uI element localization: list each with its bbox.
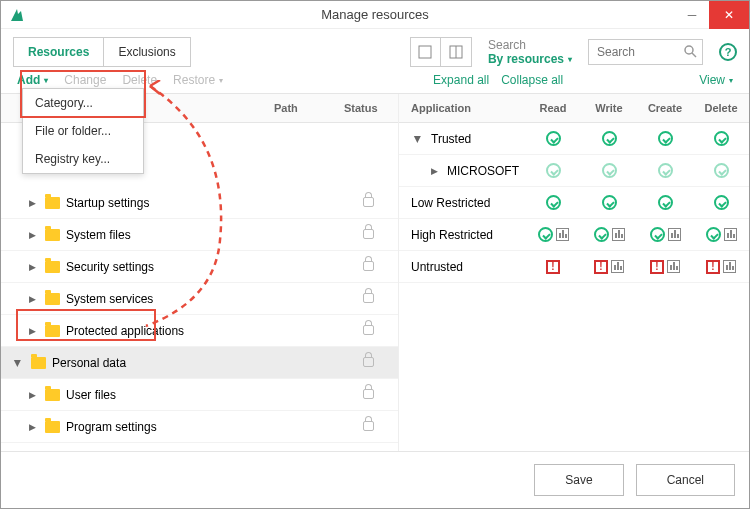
allow-inherited-icon (658, 163, 673, 178)
perm-cell[interactable] (693, 131, 749, 146)
footer: Save Cancel (1, 451, 749, 508)
allow-icon (706, 227, 721, 242)
add-file-folder-item[interactable]: File or folder... (23, 117, 143, 145)
tree-row[interactable]: ▶User files (1, 379, 398, 411)
col-create[interactable]: Create (637, 94, 693, 122)
expand-icon[interactable]: ▶ (25, 198, 39, 208)
perm-cell[interactable] (637, 195, 693, 210)
app-logo (9, 7, 25, 23)
col-read[interactable]: Read (525, 94, 581, 122)
tree-row-personal-data[interactable]: ▶Personal data (1, 347, 398, 379)
add-category-item[interactable]: Category... (23, 89, 143, 117)
app-row-trusted[interactable]: ▶Trusted (399, 123, 749, 155)
expand-icon[interactable]: ▶ (25, 294, 39, 304)
expand-all-link[interactable]: Expand all (433, 73, 489, 87)
folder-icon (45, 325, 60, 337)
tree-row[interactable]: ▶Startup settings (1, 187, 398, 219)
perm-cell[interactable]: ! (525, 260, 581, 274)
col-delete[interactable]: Delete (693, 94, 749, 122)
col-status[interactable]: Status (338, 94, 398, 122)
app-row-low[interactable]: Low Restricted (399, 187, 749, 219)
change-menu[interactable]: Change (64, 73, 106, 87)
app-row-untrusted[interactable]: Untrusted ! ! ! ! (399, 251, 749, 283)
layout-split-button[interactable] (441, 38, 471, 66)
lock-icon (363, 325, 374, 335)
window-title: Manage resources (321, 7, 429, 22)
add-registry-item[interactable]: Registry key... (23, 145, 143, 173)
deny-icon: ! (650, 260, 664, 274)
perm-cell[interactable] (525, 163, 581, 178)
perm-cell[interactable] (581, 195, 637, 210)
log-icon (612, 228, 625, 241)
search-mode: By resources (488, 52, 564, 66)
expand-icon[interactable]: ▶ (25, 262, 39, 272)
deny-icon: ! (546, 260, 560, 274)
add-menu[interactable]: Add▾ (17, 73, 48, 87)
delete-menu[interactable]: Delete (122, 73, 157, 87)
tree-label: Program settings (66, 420, 157, 434)
tree-row[interactable]: ▶System services (1, 283, 398, 315)
allow-icon (714, 131, 729, 146)
perm-cell[interactable] (693, 227, 749, 242)
perm-cell[interactable] (525, 195, 581, 210)
search-mode-selector[interactable]: Search By resources▾ (488, 38, 572, 66)
permissions-pane: Application Read Write Create Delete ▶Tr… (399, 94, 749, 451)
perm-cell[interactable]: ! (581, 260, 637, 274)
collapse-all-link[interactable]: Collapse all (501, 73, 563, 87)
cancel-button[interactable]: Cancel (636, 464, 735, 496)
col-path[interactable]: Path (268, 94, 338, 122)
svg-line-4 (692, 53, 696, 57)
tab-exclusions[interactable]: Exclusions (104, 38, 189, 66)
layout-single-button[interactable] (411, 38, 441, 66)
tree-row[interactable]: ▶Security settings (1, 251, 398, 283)
tree-row[interactable]: ▶Program settings (1, 411, 398, 443)
help-button[interactable]: ? (719, 43, 737, 61)
app-label: Untrusted (411, 260, 463, 274)
log-icon (556, 228, 569, 241)
perm-cell[interactable] (637, 227, 693, 242)
close-button[interactable]: ✕ (709, 1, 749, 29)
deny-icon: ! (594, 260, 608, 274)
lock-icon (363, 229, 374, 239)
expand-icon[interactable]: ▶ (25, 422, 39, 432)
perm-cell[interactable] (525, 227, 581, 242)
folder-icon (45, 293, 60, 305)
tab-resources[interactable]: Resources (14, 38, 104, 66)
perm-cell[interactable] (693, 195, 749, 210)
perm-cell[interactable] (637, 131, 693, 146)
collapse-icon[interactable]: ▶ (13, 356, 23, 370)
perm-cell[interactable]: ! (637, 260, 693, 274)
allow-icon (594, 227, 609, 242)
perm-cell[interactable] (581, 131, 637, 146)
col-write[interactable]: Write (581, 94, 637, 122)
expand-icon[interactable]: ▶ (25, 230, 39, 240)
expand-icon[interactable]: ▶ (427, 166, 441, 176)
col-application[interactable]: Application (399, 94, 525, 122)
perm-cell[interactable] (525, 131, 581, 146)
svg-point-3 (685, 46, 693, 54)
perm-cell[interactable] (637, 163, 693, 178)
chevron-down-icon: ▾ (44, 76, 48, 85)
allow-inherited-icon (714, 163, 729, 178)
restore-menu[interactable]: Restore ▾ (173, 73, 223, 87)
tree-label: Personal data (52, 356, 126, 370)
chevron-down-icon: ▾ (219, 76, 223, 85)
tree-row[interactable]: ▶System files (1, 219, 398, 251)
expand-icon[interactable]: ▶ (25, 390, 39, 400)
lock-icon (363, 421, 374, 431)
app-row-high[interactable]: High Restricted (399, 219, 749, 251)
perm-cell[interactable] (581, 227, 637, 242)
toolbar: Resources Exclusions Search By resources… (1, 29, 749, 67)
perm-cell[interactable] (581, 163, 637, 178)
minimize-button[interactable]: ─ (675, 1, 709, 29)
view-menu[interactable]: View ▾ (699, 73, 733, 87)
save-button[interactable]: Save (534, 464, 623, 496)
folder-icon (45, 389, 60, 401)
perm-cell[interactable] (693, 163, 749, 178)
tree-row[interactable]: ▶Protected applications (1, 315, 398, 347)
expand-icon[interactable]: ▶ (25, 326, 39, 336)
app-label: Low Restricted (411, 196, 490, 210)
perm-cell[interactable]: ! (693, 260, 749, 274)
app-row-microsoft[interactable]: ▶MICROSOFT (399, 155, 749, 187)
collapse-icon[interactable]: ▶ (413, 132, 423, 146)
